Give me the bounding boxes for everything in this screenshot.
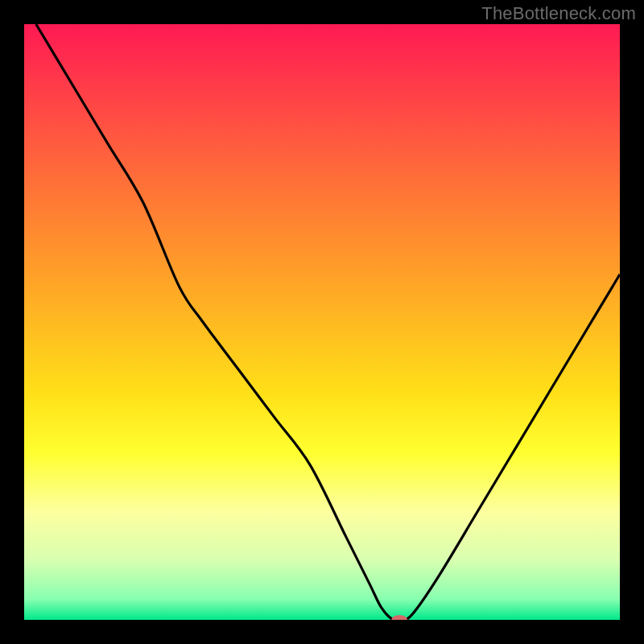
frame-left <box>0 0 24 644</box>
plot-background <box>24 24 620 620</box>
frame-bottom <box>0 620 644 644</box>
bottleneck-chart <box>0 0 644 644</box>
chart-container: TheBottleneck.com <box>0 0 644 644</box>
watermark-text: TheBottleneck.com <box>481 3 636 24</box>
frame-right <box>620 0 644 644</box>
